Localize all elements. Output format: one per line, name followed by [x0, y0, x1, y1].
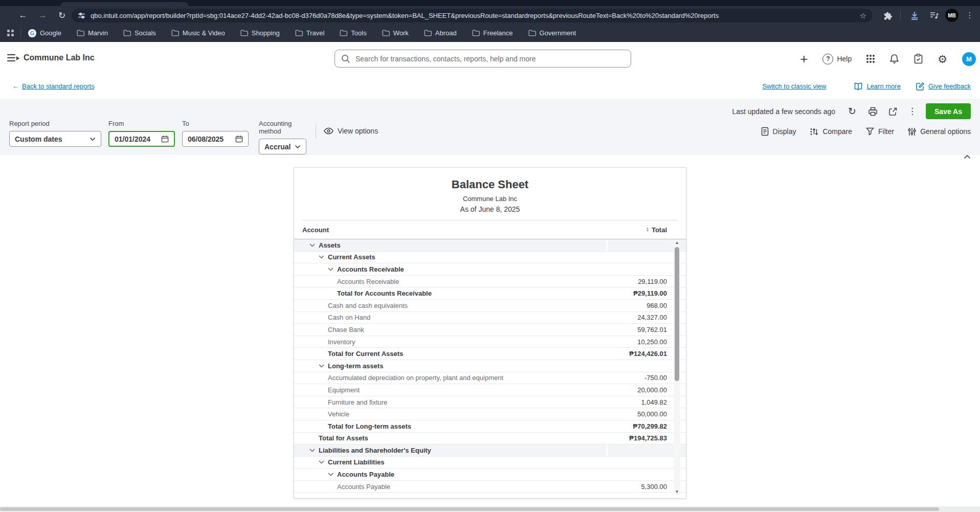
- back-icon[interactable]: ←: [15, 8, 31, 23]
- chevron-down-icon[interactable]: [328, 473, 337, 476]
- downloads-icon[interactable]: [908, 9, 921, 21]
- export-icon[interactable]: [887, 106, 899, 117]
- table-row[interactable]: Total for Long-term assets₱70,299.82: [294, 420, 686, 433]
- create-plus-icon[interactable]: +: [800, 52, 808, 65]
- accounting-method-select[interactable]: Accrual: [259, 139, 306, 154]
- table-row[interactable]: Accounts Payable: [294, 469, 686, 481]
- bookmark-item[interactable]: Music & Video: [171, 29, 225, 37]
- account-label[interactable]: Total for Assets: [319, 434, 368, 442]
- account-label[interactable]: Total for Long-term assets: [328, 422, 411, 430]
- bookmark-item[interactable]: Work: [382, 29, 409, 37]
- view-options-button[interactable]: View options: [324, 127, 378, 135]
- chevron-down-icon[interactable]: [319, 364, 328, 368]
- extensions-puzzle-icon[interactable]: [882, 9, 894, 21]
- report-more-kebab-icon[interactable]: ⋮: [908, 106, 917, 117]
- chevron-down-icon[interactable]: [328, 268, 337, 271]
- give-feedback-link[interactable]: Give feedback: [916, 82, 971, 91]
- table-row[interactable]: Inventory10,250.00: [294, 336, 686, 348]
- account-label[interactable]: Cash on Hand: [328, 314, 370, 321]
- to-date-input[interactable]: [188, 135, 235, 143]
- scroll-down-icon[interactable]: ▼: [674, 489, 680, 494]
- table-row[interactable]: Chase Bank59,762.01: [294, 324, 686, 336]
- amount-value[interactable]: 29,119.00: [638, 278, 667, 285]
- table-row[interactable]: Total for Current Assets₱124,426.01: [294, 348, 686, 360]
- amount-value[interactable]: 50,000.00: [637, 410, 667, 418]
- switch-to-classic-view-link[interactable]: Switch to classic view: [762, 82, 826, 90]
- bookmark-item[interactable]: Shopping: [240, 29, 280, 37]
- url-bar[interactable]: qbo.intuit.com/app/report/builder?rptId=…: [72, 9, 873, 23]
- table-row[interactable]: Total for Accounts Receivable₱29,119.00: [294, 287, 686, 300]
- user-avatar[interactable]: M: [962, 52, 976, 66]
- total-column-header[interactable]: ▲▼ Total: [646, 226, 667, 234]
- chevron-down-icon[interactable]: [309, 243, 319, 247]
- from-date-field[interactable]: [108, 131, 175, 147]
- vertical-scrollbar[interactable]: ▲ ▼: [674, 239, 680, 495]
- account-column-header[interactable]: Account: [302, 226, 329, 234]
- apps-grid-icon[interactable]: [7, 30, 14, 37]
- print-icon[interactable]: [867, 106, 878, 117]
- filter-button[interactable]: Filter: [866, 127, 894, 136]
- account-label[interactable]: Accumulated depreciation on property, pl…: [328, 374, 503, 382]
- site-settings-icon[interactable]: [78, 12, 85, 19]
- apps-launcher-icon[interactable]: [866, 55, 875, 63]
- account-label[interactable]: Total for Accounts Receivable: [337, 290, 432, 297]
- account-label[interactable]: Total for Current Assets: [328, 350, 403, 358]
- table-row[interactable]: Accounts Receivable: [294, 263, 686, 276]
- table-row[interactable]: Cash on Hand24,327.00: [294, 312, 686, 324]
- back-to-standard-reports-link[interactable]: ← Back to standard reports: [12, 82, 95, 90]
- bookmark-item[interactable]: Marvin: [77, 29, 108, 37]
- tasks-clipboard-icon[interactable]: [914, 54, 923, 64]
- forward-icon[interactable]: →: [35, 8, 50, 23]
- bookmark-item[interactable]: Freelance: [472, 29, 513, 37]
- to-date-field[interactable]: [182, 131, 249, 147]
- table-row[interactable]: Total for Assets₱194,725.83: [294, 433, 686, 445]
- calendar-icon[interactable]: [161, 135, 169, 143]
- reading-list-icon[interactable]: [928, 9, 940, 21]
- amount-value[interactable]: 24,327.00: [637, 314, 667, 321]
- chevron-down-icon[interactable]: [319, 460, 328, 464]
- display-button[interactable]: Display: [761, 127, 796, 136]
- chevron-down-icon[interactable]: [319, 255, 328, 259]
- table-row[interactable]: Equipment20,000.00: [294, 384, 686, 396]
- collapse-controls-chevron-icon[interactable]: [962, 151, 973, 162]
- horizontal-scrollbar-thumb[interactable]: [0, 507, 939, 511]
- bookmark-star-icon[interactable]: ☆: [860, 11, 866, 20]
- amount-value[interactable]: 59,762.01: [637, 326, 667, 333]
- amount-value[interactable]: 20,000.00: [637, 386, 667, 394]
- report-period-select[interactable]: Custom dates: [9, 131, 101, 147]
- browser-tab[interactable]: [60, 2, 188, 6]
- bookmark-item[interactable]: Tools: [340, 29, 366, 37]
- table-row[interactable]: Accounts Payable5,300.00: [294, 481, 686, 493]
- table-row[interactable]: Vehicle50,000.00: [294, 408, 686, 420]
- amount-value[interactable]: -750.00: [644, 374, 667, 382]
- browser-profile-avatar[interactable]: MB: [945, 9, 959, 22]
- table-row[interactable]: Furniture and fixture1,049.82: [294, 396, 686, 409]
- amount-value[interactable]: 10,250.00: [637, 338, 667, 346]
- amount-value[interactable]: 5,300.00: [641, 483, 667, 491]
- from-date-input[interactable]: [115, 135, 161, 143]
- amount-value[interactable]: 1,049.82: [641, 398, 667, 406]
- account-label[interactable]: Accounts Receivable: [337, 278, 399, 285]
- table-row[interactable]: Accumulated depreciation on property, pl…: [294, 372, 686, 385]
- nav-menu-icon[interactable]: [7, 54, 18, 62]
- account-label[interactable]: Cash and cash equivalents: [328, 302, 408, 309]
- settings-gear-icon[interactable]: ⚙: [938, 54, 947, 64]
- bookmark-item[interactable]: GGoogle: [28, 29, 61, 37]
- help-button[interactable]: ? Help: [822, 54, 852, 64]
- bookmark-item[interactable]: Abroad: [424, 29, 457, 37]
- learn-more-link[interactable]: Learn more: [854, 82, 900, 91]
- table-row[interactable]: Liabilities and Shareholder's Equity: [294, 444, 686, 457]
- search-input[interactable]: [355, 55, 625, 63]
- table-row[interactable]: Accounts Receivable29,119.00: [294, 276, 686, 288]
- scroll-up-icon[interactable]: ▲: [674, 240, 680, 245]
- account-label[interactable]: Inventory: [328, 338, 355, 346]
- refresh-icon[interactable]: ↻: [847, 106, 858, 117]
- account-label[interactable]: Chase Bank: [328, 326, 364, 333]
- general-options-button[interactable]: General options: [908, 127, 971, 136]
- table-row[interactable]: Current Liabilities: [294, 457, 686, 469]
- account-label[interactable]: Accounts Payable: [337, 483, 390, 491]
- table-row[interactable]: Cash and cash equivalents968.00: [294, 300, 686, 312]
- save-as-button[interactable]: Save As: [926, 103, 971, 119]
- bookmark-item[interactable]: Government: [528, 29, 576, 37]
- table-row[interactable]: Assets: [294, 239, 686, 252]
